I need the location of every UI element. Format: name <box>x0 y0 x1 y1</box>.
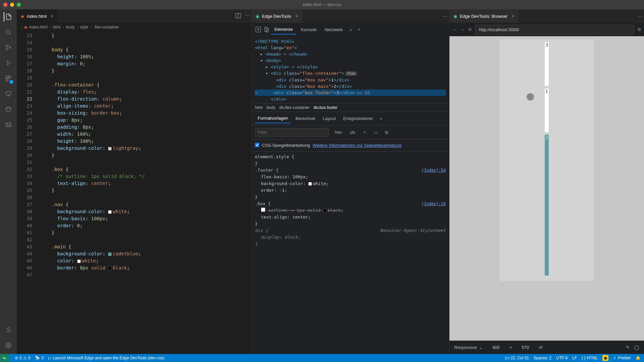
prop-checkbox[interactable] <box>261 207 265 212</box>
svg-point-2 <box>6 49 7 50</box>
styles-pane[interactable]: element.style { } .footer {(Index):54 fl… <box>252 152 449 354</box>
svg-rect-14 <box>256 27 261 32</box>
debug-icon[interactable] <box>4 58 13 68</box>
close-icon[interactable]: × <box>295 13 298 19</box>
preview-box-main: 2 <box>545 135 549 276</box>
dom-tree[interactable]: <!DOCTYPE html> <html lang="en"> ▸ <head… <box>252 36 449 103</box>
more-icon[interactable]: ⋯ <box>443 14 447 19</box>
status-prettier[interactable]: ✓ Prettier <box>613 356 631 360</box>
svg-point-3 <box>9 47 11 48</box>
status-bell-icon[interactable]: 🔔 <box>636 356 641 360</box>
device-icon[interactable] <box>263 26 270 33</box>
status-edge[interactable]: ◉ <box>602 355 608 361</box>
popout-icon[interactable]: ⧉ <box>383 129 390 136</box>
more-icon[interactable]: ⋯ <box>245 12 249 20</box>
svg-rect-9 <box>6 123 11 127</box>
rotate-icon[interactable]: ⇄ <box>539 345 543 350</box>
mirror-label: CSS-Spiegelbearbeitung <box>262 143 310 148</box>
add-tab-icon[interactable]: ＋ <box>356 26 362 33</box>
settings-icon[interactable] <box>4 341 13 350</box>
more-icon[interactable]: ⋯ <box>638 14 642 19</box>
cursor-indicator <box>527 93 534 101</box>
svg-point-1 <box>6 45 7 47</box>
image-icon[interactable] <box>4 120 13 129</box>
html-file-icon: ◆ <box>21 14 24 19</box>
tab-network[interactable]: Netzwerk <box>321 25 346 34</box>
editor-tab-label: index.html <box>27 14 47 19</box>
svg-rect-4 <box>6 76 8 78</box>
panel-icon[interactable]: ▭ <box>372 129 380 136</box>
devtools-tab-label: Edge DevTools <box>262 14 291 19</box>
close-icon[interactable]: × <box>512 13 514 19</box>
status-cursor[interactable]: Ln 22, Col 31 <box>505 356 529 360</box>
tab-layout[interactable]: Layout <box>320 114 338 123</box>
touch-icon[interactable]: ✎ <box>626 345 630 350</box>
line-gutter: 1314151617181920212223242526272829303132… <box>17 32 37 354</box>
device-width-input[interactable] <box>487 345 505 350</box>
account-icon[interactable] <box>4 325 13 335</box>
window-zoom[interactable] <box>17 3 21 7</box>
status-eol[interactable]: LF <box>572 356 577 360</box>
remote-icon[interactable] <box>4 89 13 99</box>
browser-viewport: 3 1 2 <box>449 36 644 341</box>
status-ports[interactable]: 📡 0 <box>35 356 44 360</box>
mirror-checkbox[interactable] <box>255 143 259 147</box>
more-tabs-icon[interactable]: » <box>378 116 384 121</box>
preview-box-footer: 3 <box>545 42 549 86</box>
window-close[interactable] <box>3 3 7 7</box>
status-errors[interactable]: ⊘ 0 ⚠ 0 <box>15 356 30 360</box>
svg-rect-7 <box>6 92 11 95</box>
hov-toggle[interactable]: :hov <box>332 129 344 136</box>
preview-box-nav: 1 <box>545 88 549 132</box>
svg-point-8 <box>6 107 11 112</box>
device-select[interactable]: Responsive⌄ <box>454 345 483 350</box>
browser-tab-label: Edge DevTools: Browser <box>460 14 507 19</box>
inspect-icon[interactable] <box>255 26 262 33</box>
nav-back-icon[interactable]: ← <box>453 27 457 32</box>
edge-icon[interactable] <box>4 105 13 114</box>
source-control-icon[interactable] <box>4 43 13 52</box>
dom-breadcrumb[interactable]: html body div.flex-container div.box.foo… <box>252 103 449 112</box>
toggle-dock-icon[interactable]: ⧉ <box>638 27 641 32</box>
more-tabs-icon[interactable]: » <box>347 27 354 32</box>
edge-icon: ◉ <box>256 14 259 19</box>
close-icon[interactable]: × <box>51 13 53 19</box>
status-launch[interactable]: ▷ Launch Microsoft Edge and open the Edg… <box>48 356 164 360</box>
browser-tab[interactable]: ◉ Edge DevTools: Browser × <box>449 9 519 23</box>
code-editor[interactable]: } body { height: 100%; margin: 0; } .fle… <box>37 32 251 354</box>
status-bar: ⇋ ⊘ 0 ⚠ 0 📡 0 ▷ Launch Microsoft Edge an… <box>0 354 644 362</box>
tab-console[interactable]: Konsole <box>298 25 320 34</box>
url-input[interactable] <box>475 25 634 35</box>
nav-forward-icon[interactable]: → <box>461 27 465 32</box>
remote-indicator[interactable]: ⇋ <box>0 354 9 362</box>
extensions-icon[interactable]: 1 <box>4 74 13 83</box>
svg-point-0 <box>6 30 10 34</box>
svg-rect-5 <box>9 76 11 78</box>
explorer-icon[interactable] <box>4 12 13 21</box>
mirror-link[interactable]: Weitere Informationen zur Spiegelbearbei… <box>313 143 401 148</box>
status-encoding[interactable]: UTF-8 <box>556 356 568 360</box>
svg-rect-6 <box>6 79 8 81</box>
device-height-input[interactable] <box>517 345 534 350</box>
tab-styles[interactable]: Formatvorlagen <box>255 114 291 123</box>
tab-listeners[interactable]: Ereignislistener <box>340 114 376 123</box>
tab-computed[interactable]: Berechnet <box>293 114 318 123</box>
status-spaces[interactable]: Spaces: 2 <box>534 356 551 360</box>
svg-point-10 <box>7 124 8 125</box>
editor-tab-index[interactable]: ◆ index.html × <box>17 9 57 23</box>
window-minimize[interactable] <box>10 3 14 7</box>
breadcrumb[interactable]: ›◆index.html ›html ›body ›style ›.flex-c… <box>17 23 251 32</box>
close-dim-icon[interactable]: × <box>509 345 512 350</box>
split-editor-icon[interactable] <box>235 12 241 20</box>
status-lang[interactable]: { } HTML <box>582 356 598 360</box>
devtools-tab[interactable]: ◉ Edge DevTools × <box>252 9 302 23</box>
cls-toggle[interactable]: .cls <box>347 129 357 136</box>
styles-filter-input[interactable] <box>255 128 329 137</box>
edge-icon: ◉ <box>453 14 457 19</box>
tab-elements[interactable]: Elemente <box>271 25 296 35</box>
search-icon[interactable] <box>4 27 13 37</box>
screenshot-icon[interactable]: ◯ <box>634 345 639 350</box>
window-title: index.html — dev-css <box>303 2 341 7</box>
reload-icon[interactable]: ⟳ <box>468 27 472 32</box>
new-rule-icon[interactable]: ＋ <box>361 128 369 136</box>
